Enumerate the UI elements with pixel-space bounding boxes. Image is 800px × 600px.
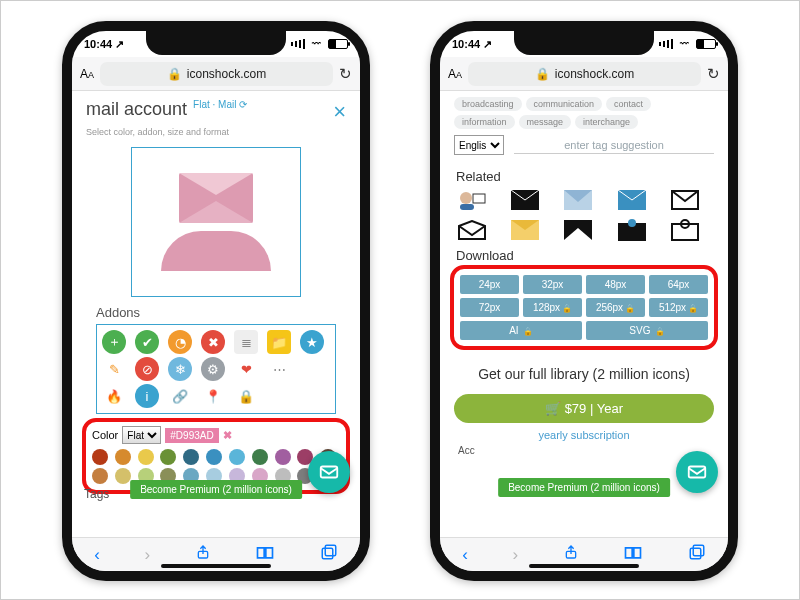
- related-icon[interactable]: [509, 218, 541, 242]
- phone-left: 10:44 ↗ 〰 AA 🔒 iconshock.com ↻ mail acco…: [62, 21, 370, 581]
- url-host: iconshock.com: [555, 67, 634, 81]
- svg-rect-15: [672, 224, 698, 240]
- download-size-button[interactable]: 32px: [523, 275, 582, 294]
- reload-icon[interactable]: ↻: [339, 65, 352, 83]
- device-notch: [514, 31, 654, 55]
- tag-chip[interactable]: interchange: [575, 115, 638, 129]
- color-swatch[interactable]: [115, 449, 131, 465]
- tag-chip[interactable]: contact: [606, 97, 651, 111]
- color-swatch[interactable]: [115, 468, 131, 484]
- addon-link-icon[interactable]: 🔗: [168, 384, 192, 408]
- download-size-button[interactable]: 24px: [460, 275, 519, 294]
- premium-banner[interactable]: Become Premium (2 million icons): [498, 478, 670, 497]
- color-swatch[interactable]: [92, 449, 108, 465]
- page-subtitle: Select color, addon, size and format: [72, 127, 360, 143]
- related-icon[interactable]: [669, 188, 701, 212]
- download-size-button[interactable]: 48px: [586, 275, 645, 294]
- contact-fab[interactable]: [676, 451, 718, 493]
- addon-info-icon[interactable]: i: [135, 384, 159, 408]
- color-style-select[interactable]: Flat: [122, 426, 161, 444]
- related-icon[interactable]: [456, 218, 488, 242]
- addon-check-icon[interactable]: ✔: [135, 330, 159, 354]
- share-icon[interactable]: [563, 543, 579, 566]
- svg-rect-0: [321, 467, 338, 478]
- download-size-button[interactable]: 128px🔒: [523, 298, 582, 317]
- language-select[interactable]: Englis: [454, 135, 504, 155]
- color-swatch[interactable]: [275, 449, 291, 465]
- addon-pencil-icon[interactable]: ✎: [102, 357, 126, 381]
- tag-chip[interactable]: message: [519, 115, 572, 129]
- download-size-button[interactable]: 512px🔒: [649, 298, 708, 317]
- addon-star-icon[interactable]: ★: [300, 330, 324, 354]
- related-icon[interactable]: [509, 188, 541, 212]
- color-swatch[interactable]: [92, 468, 108, 484]
- color-swatch[interactable]: [206, 449, 222, 465]
- related-icon[interactable]: [669, 218, 701, 242]
- addon-heart-icon[interactable]: ❤: [234, 357, 258, 381]
- download-vector-grid: AI 🔒SVG 🔒: [460, 321, 708, 340]
- color-swatch[interactable]: [229, 449, 245, 465]
- addon-stop-icon[interactable]: ⊘: [135, 357, 159, 381]
- addon-pin-icon[interactable]: 📍: [201, 384, 225, 408]
- premium-banner[interactable]: Become Premium (2 million icons): [130, 480, 302, 499]
- related-icon[interactable]: [456, 188, 488, 212]
- addon-lock-icon[interactable]: 🔒: [234, 384, 258, 408]
- bookmarks-icon[interactable]: [255, 544, 275, 565]
- nav-forward-icon: ›: [512, 545, 518, 565]
- home-indicator: [529, 564, 639, 568]
- tag-chip[interactable]: broadcasting: [454, 97, 522, 111]
- bookmarks-icon[interactable]: [623, 544, 643, 565]
- download-vector-button[interactable]: SVG 🔒: [586, 321, 708, 340]
- download-section-highlight: 24px32px48px64px72px128px🔒256px🔒512px🔒 A…: [450, 265, 718, 350]
- related-icon[interactable]: [616, 188, 648, 212]
- color-swatch[interactable]: [138, 449, 154, 465]
- nav-back-icon[interactable]: ‹: [462, 545, 468, 565]
- tag-chip[interactable]: information: [454, 115, 515, 129]
- clear-color-icon[interactable]: ✖: [223, 429, 232, 442]
- related-icon[interactable]: [562, 188, 594, 212]
- related-label: Related: [440, 165, 728, 184]
- addon-folder-icon[interactable]: 📁: [267, 330, 291, 354]
- color-swatch[interactable]: [160, 449, 176, 465]
- addons-label: Addons: [72, 303, 360, 322]
- download-size-button[interactable]: 256px🔒: [586, 298, 645, 317]
- contact-fab[interactable]: [308, 451, 350, 493]
- lock-icon: 🔒: [167, 67, 182, 81]
- yearly-subscription-link[interactable]: yearly subscription: [440, 423, 728, 445]
- addon-gear-icon[interactable]: ⚙: [201, 357, 225, 381]
- tag-suggestion-input[interactable]: enter tag suggestion: [514, 137, 714, 154]
- safari-address-bar[interactable]: AA 🔒 iconshock.com ↻: [72, 57, 360, 91]
- addon-dots-icon[interactable]: ⋯: [267, 357, 291, 381]
- svg-point-4: [460, 192, 472, 204]
- tabs-icon[interactable]: [688, 543, 706, 566]
- addon-snow-icon[interactable]: ❄: [168, 357, 192, 381]
- mail-icon: [686, 461, 708, 483]
- close-icon[interactable]: ×: [333, 99, 346, 125]
- safari-address-bar[interactable]: AA 🔒 iconshock.com ↻: [440, 57, 728, 91]
- color-swatch[interactable]: [252, 449, 268, 465]
- addon-note-icon[interactable]: ≣: [234, 330, 258, 354]
- addon-cancel-icon[interactable]: ✖: [201, 330, 225, 354]
- tag-chip[interactable]: communication: [526, 97, 603, 111]
- color-swatch[interactable]: [183, 449, 199, 465]
- cart-icon: 🛒: [545, 401, 565, 416]
- related-icon[interactable]: [562, 218, 594, 242]
- tabs-icon[interactable]: [320, 543, 338, 566]
- color-hex[interactable]: #D993AD: [165, 428, 218, 443]
- svg-rect-6: [473, 194, 485, 203]
- addon-clock-icon[interactable]: ◔: [168, 330, 192, 354]
- download-size-button[interactable]: 72px: [460, 298, 519, 317]
- nav-back-icon[interactable]: ‹: [94, 545, 100, 565]
- buy-button[interactable]: 🛒 $79 | Year: [454, 394, 714, 423]
- addon-plus-icon[interactable]: ＋: [102, 330, 126, 354]
- download-vector-button[interactable]: AI 🔒: [460, 321, 582, 340]
- related-icon[interactable]: [616, 218, 648, 242]
- share-icon[interactable]: [195, 543, 211, 566]
- reload-icon[interactable]: ↻: [707, 65, 720, 83]
- style-chip[interactable]: Flat · Mail ⟳: [193, 99, 247, 110]
- lock-icon: 🔒: [535, 67, 550, 81]
- addon-fire-icon[interactable]: 🔥: [102, 384, 126, 408]
- download-sizes-grid: 24px32px48px64px72px128px🔒256px🔒512px🔒: [460, 275, 708, 317]
- download-size-button[interactable]: 64px: [649, 275, 708, 294]
- related-icons-grid: [456, 188, 712, 242]
